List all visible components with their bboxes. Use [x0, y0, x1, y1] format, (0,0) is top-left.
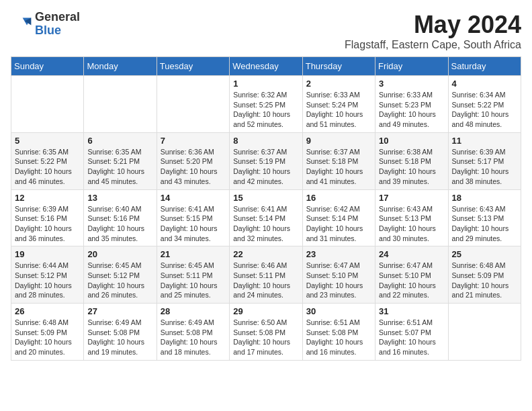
calendar-day-29: 29Sunrise: 6:50 AM Sunset: 5:08 PM Dayli…	[230, 304, 302, 361]
day-number: 20	[87, 249, 152, 259]
calendar-day-16: 16Sunrise: 6:42 AM Sunset: 5:14 PM Dayli…	[302, 189, 375, 246]
day-number: 29	[233, 306, 298, 316]
calendar-week-row: 12Sunrise: 6:39 AM Sunset: 5:16 PM Dayli…	[11, 189, 521, 246]
day-number: 2	[306, 79, 371, 89]
day-number: 11	[452, 136, 517, 146]
day-info: Sunrise: 6:44 AM Sunset: 5:12 PM Dayligh…	[15, 261, 80, 300]
calendar-day-9: 9Sunrise: 6:37 AM Sunset: 5:18 PM Daylig…	[302, 132, 375, 189]
day-header-wednesday: Wednesday	[230, 57, 302, 76]
calendar-day-31: 31Sunrise: 6:51 AM Sunset: 5:07 PM Dayli…	[375, 304, 448, 361]
day-header-saturday: Saturday	[448, 57, 521, 76]
calendar-week-row: 5Sunrise: 6:35 AM Sunset: 5:22 PM Daylig…	[11, 132, 521, 189]
calendar-day-27: 27Sunrise: 6:49 AM Sunset: 5:08 PM Dayli…	[84, 304, 157, 361]
day-info: Sunrise: 6:36 AM Sunset: 5:20 PM Dayligh…	[161, 147, 226, 187]
calendar-day-18: 18Sunrise: 6:43 AM Sunset: 5:13 PM Dayli…	[448, 189, 521, 246]
calendar-day-13: 13Sunrise: 6:40 AM Sunset: 5:16 PM Dayli…	[84, 189, 157, 246]
day-number: 19	[15, 249, 80, 259]
calendar-week-row: 1Sunrise: 6:32 AM Sunset: 5:25 PM Daylig…	[11, 76, 521, 133]
calendar-day-17: 17Sunrise: 6:43 AM Sunset: 5:13 PM Dayli…	[375, 189, 448, 246]
calendar-day-15: 15Sunrise: 6:41 AM Sunset: 5:14 PM Dayli…	[230, 189, 302, 246]
day-info: Sunrise: 6:33 AM Sunset: 5:23 PM Dayligh…	[379, 90, 444, 130]
calendar-day-8: 8Sunrise: 6:37 AM Sunset: 5:19 PM Daylig…	[230, 132, 302, 189]
calendar-header-row: SundayMondayTuesdayWednesdayThursdayFrid…	[11, 57, 521, 76]
day-number: 27	[87, 306, 152, 316]
day-info: Sunrise: 6:49 AM Sunset: 5:08 PM Dayligh…	[87, 318, 152, 357]
calendar-day-21: 21Sunrise: 6:45 AM Sunset: 5:11 PM Dayli…	[157, 246, 229, 304]
day-info: Sunrise: 6:32 AM Sunset: 5:25 PM Dayligh…	[233, 90, 298, 130]
calendar-day-6: 6Sunrise: 6:35 AM Sunset: 5:21 PM Daylig…	[84, 132, 157, 189]
page-header: General Blue May 2024 Flagstaff, Eastern…	[11, 11, 521, 51]
day-number: 24	[379, 249, 444, 259]
calendar-day-20: 20Sunrise: 6:45 AM Sunset: 5:12 PM Dayli…	[84, 246, 157, 304]
day-number: 15	[233, 193, 298, 203]
calendar-day-22: 22Sunrise: 6:46 AM Sunset: 5:11 PM Dayli…	[230, 246, 302, 304]
day-info: Sunrise: 6:50 AM Sunset: 5:08 PM Dayligh…	[233, 318, 298, 357]
day-number: 18	[452, 193, 517, 203]
logo: General Blue	[11, 11, 80, 38]
day-info: Sunrise: 6:35 AM Sunset: 5:22 PM Dayligh…	[15, 147, 80, 187]
day-info: Sunrise: 6:39 AM Sunset: 5:16 PM Dayligh…	[15, 204, 80, 244]
day-info: Sunrise: 6:47 AM Sunset: 5:10 PM Dayligh…	[306, 261, 371, 300]
day-number: 5	[15, 136, 80, 146]
day-info: Sunrise: 6:49 AM Sunset: 5:08 PM Dayligh…	[161, 318, 226, 357]
day-number: 23	[306, 249, 371, 259]
day-number: 22	[233, 249, 298, 259]
calendar-day-5: 5Sunrise: 6:35 AM Sunset: 5:22 PM Daylig…	[11, 132, 84, 189]
location: Flagstaff, Eastern Cape, South Africa	[345, 39, 521, 51]
calendar-day-12: 12Sunrise: 6:39 AM Sunset: 5:16 PM Dayli…	[11, 189, 84, 246]
day-header-friday: Friday	[375, 57, 448, 76]
day-number: 25	[452, 249, 517, 259]
calendar-day-10: 10Sunrise: 6:38 AM Sunset: 5:18 PM Dayli…	[375, 132, 448, 189]
day-number: 26	[15, 306, 80, 316]
day-number: 21	[161, 249, 226, 259]
day-number: 16	[306, 193, 371, 203]
day-info: Sunrise: 6:39 AM Sunset: 5:17 PM Dayligh…	[452, 147, 517, 187]
day-info: Sunrise: 6:43 AM Sunset: 5:13 PM Dayligh…	[379, 204, 444, 244]
day-info: Sunrise: 6:37 AM Sunset: 5:19 PM Dayligh…	[233, 147, 298, 187]
calendar-day-24: 24Sunrise: 6:47 AM Sunset: 5:10 PM Dayli…	[375, 246, 448, 304]
calendar-empty-cell	[84, 76, 157, 133]
day-info: Sunrise: 6:46 AM Sunset: 5:11 PM Dayligh…	[233, 261, 298, 300]
day-info: Sunrise: 6:45 AM Sunset: 5:11 PM Dayligh…	[161, 261, 226, 300]
calendar-table: SundayMondayTuesdayWednesdayThursdayFrid…	[11, 56, 521, 361]
calendar-day-4: 4Sunrise: 6:34 AM Sunset: 5:22 PM Daylig…	[448, 76, 521, 133]
day-info: Sunrise: 6:40 AM Sunset: 5:16 PM Dayligh…	[87, 204, 152, 244]
calendar-day-14: 14Sunrise: 6:41 AM Sunset: 5:15 PM Dayli…	[157, 189, 229, 246]
day-info: Sunrise: 6:42 AM Sunset: 5:14 PM Dayligh…	[306, 204, 371, 244]
logo-icon	[11, 13, 32, 35]
day-info: Sunrise: 6:47 AM Sunset: 5:10 PM Dayligh…	[379, 261, 444, 300]
day-header-monday: Monday	[84, 57, 157, 76]
day-number: 17	[379, 193, 444, 203]
calendar-day-11: 11Sunrise: 6:39 AM Sunset: 5:17 PM Dayli…	[448, 132, 521, 189]
day-header-thursday: Thursday	[302, 57, 375, 76]
calendar-day-23: 23Sunrise: 6:47 AM Sunset: 5:10 PM Dayli…	[302, 246, 375, 304]
calendar-day-1: 1Sunrise: 6:32 AM Sunset: 5:25 PM Daylig…	[230, 76, 302, 133]
calendar-day-25: 25Sunrise: 6:48 AM Sunset: 5:09 PM Dayli…	[448, 246, 521, 304]
day-info: Sunrise: 6:38 AM Sunset: 5:18 PM Dayligh…	[379, 147, 444, 187]
day-info: Sunrise: 6:33 AM Sunset: 5:24 PM Dayligh…	[306, 90, 371, 130]
logo-blue-text: Blue	[35, 24, 80, 38]
title-block: May 2024 Flagstaff, Eastern Cape, South …	[345, 11, 521, 51]
month-year: May 2024	[345, 11, 521, 39]
calendar-day-28: 28Sunrise: 6:49 AM Sunset: 5:08 PM Dayli…	[157, 304, 229, 361]
day-info: Sunrise: 6:48 AM Sunset: 5:09 PM Dayligh…	[452, 261, 517, 300]
day-info: Sunrise: 6:51 AM Sunset: 5:08 PM Dayligh…	[306, 318, 371, 357]
calendar-day-26: 26Sunrise: 6:48 AM Sunset: 5:09 PM Dayli…	[11, 304, 84, 361]
day-info: Sunrise: 6:41 AM Sunset: 5:15 PM Dayligh…	[161, 204, 226, 244]
day-number: 7	[161, 136, 226, 146]
day-number: 1	[233, 79, 298, 89]
calendar-week-row: 19Sunrise: 6:44 AM Sunset: 5:12 PM Dayli…	[11, 246, 521, 304]
calendar-day-3: 3Sunrise: 6:33 AM Sunset: 5:23 PM Daylig…	[375, 76, 448, 133]
calendar-day-30: 30Sunrise: 6:51 AM Sunset: 5:08 PM Dayli…	[302, 304, 375, 361]
day-info: Sunrise: 6:41 AM Sunset: 5:14 PM Dayligh…	[233, 204, 298, 244]
day-header-tuesday: Tuesday	[157, 57, 229, 76]
day-number: 10	[379, 136, 444, 146]
day-number: 6	[87, 136, 152, 146]
calendar-week-row: 26Sunrise: 6:48 AM Sunset: 5:09 PM Dayli…	[11, 304, 521, 361]
calendar-day-7: 7Sunrise: 6:36 AM Sunset: 5:20 PM Daylig…	[157, 132, 229, 189]
day-info: Sunrise: 6:48 AM Sunset: 5:09 PM Dayligh…	[15, 318, 80, 357]
logo-text: General Blue	[35, 11, 80, 38]
day-info: Sunrise: 6:51 AM Sunset: 5:07 PM Dayligh…	[379, 318, 444, 357]
day-info: Sunrise: 6:45 AM Sunset: 5:12 PM Dayligh…	[87, 261, 152, 300]
day-number: 12	[15, 193, 80, 203]
